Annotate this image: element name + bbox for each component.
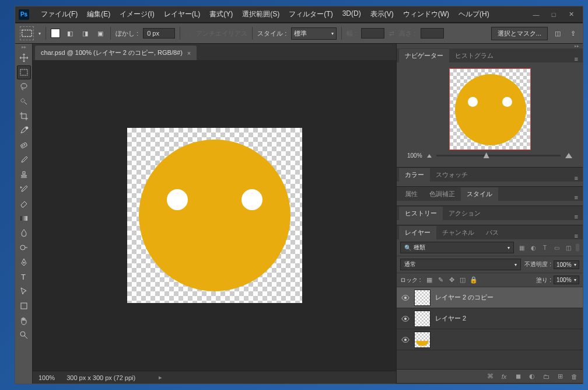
menu-item[interactable]: 書式(Y): [205, 9, 237, 19]
menu-item[interactable]: レイヤー(L): [159, 9, 205, 19]
adjustments-tab[interactable]: 色調補正: [424, 187, 461, 201]
shape-tool[interactable]: [17, 299, 31, 313]
menu-item[interactable]: ファイル(F): [36, 9, 82, 19]
menu-item[interactable]: 選択範囲(S): [237, 9, 284, 19]
zoom-slider[interactable]: [436, 155, 561, 156]
actions-tab[interactable]: アクション: [443, 207, 487, 220]
panel-menu-icon[interactable]: ≡: [570, 194, 583, 201]
properties-tab[interactable]: 属性: [399, 187, 424, 201]
selection-mode-subtract-icon[interactable]: ◨: [80, 28, 90, 39]
panels-collapse-icon[interactable]: ▸▸: [397, 44, 583, 48]
lock-transparent-icon[interactable]: ▦: [426, 276, 433, 284]
select-and-mask-button[interactable]: 選択とマスク...: [491, 27, 548, 40]
layer-thumbnail[interactable]: [414, 290, 430, 306]
layer-item[interactable]: レイヤー 2: [397, 308, 583, 329]
menu-item[interactable]: ヘルプ(H): [454, 9, 494, 19]
delete-layer-icon[interactable]: 🗑: [570, 372, 578, 381]
swatches-tab[interactable]: スウォッチ: [430, 168, 474, 182]
zoom-out-icon[interactable]: [427, 154, 432, 158]
layer-item[interactable]: レイヤー 2 のコピー: [397, 287, 583, 308]
filter-shape-icon[interactable]: ▭: [552, 243, 561, 252]
fill-input[interactable]: 100%▾: [554, 276, 579, 284]
filter-adjust-icon[interactable]: ◐: [529, 243, 537, 252]
feather-input[interactable]: [143, 28, 175, 39]
pen-tool[interactable]: [17, 255, 31, 269]
menu-item[interactable]: ウィンドウ(W): [398, 9, 454, 19]
status-flyout-icon[interactable]: ▸: [159, 374, 162, 381]
panel-menu-icon[interactable]: ≡: [570, 213, 583, 220]
minimize-button[interactable]: —: [531, 10, 541, 19]
panel-dock-icon[interactable]: ◫: [552, 28, 563, 39]
layer-filter-select[interactable]: 🔍種類 ▾: [400, 242, 514, 253]
close-tab-icon[interactable]: ×: [187, 50, 191, 57]
layer-mask-icon[interactable]: ◼: [514, 372, 522, 381]
layer-name[interactable]: レイヤー 2: [435, 314, 466, 323]
layer-thumbnail[interactable]: [414, 332, 430, 348]
marquee-tool[interactable]: [17, 65, 31, 79]
color-tab[interactable]: カラー: [399, 168, 430, 182]
zoom-tool[interactable]: [17, 328, 31, 342]
share-icon[interactable]: ⇪: [568, 28, 578, 39]
new-layer-icon[interactable]: ⊞: [556, 372, 564, 381]
layer-visibility-icon[interactable]: [397, 336, 414, 344]
lock-all-icon[interactable]: 🔒: [470, 276, 478, 284]
panel-menu-icon[interactable]: ≡: [570, 232, 583, 239]
zoom-in-icon[interactable]: [565, 153, 572, 158]
eraser-tool[interactable]: [17, 197, 31, 211]
eyedropper-tool[interactable]: [17, 124, 31, 138]
healing-tool[interactable]: [17, 138, 31, 152]
gradient-tool[interactable]: [17, 211, 31, 225]
blur-tool[interactable]: [17, 226, 31, 240]
brush-tool[interactable]: [17, 153, 31, 167]
toolbox-handle-icon[interactable]: ▸▸: [15, 44, 32, 50]
tool-preset-dropdown[interactable]: ▾: [38, 31, 41, 36]
crop-tool[interactable]: [17, 109, 31, 123]
layer-fx-icon[interactable]: fx: [500, 372, 508, 381]
menu-item[interactable]: イメージ(I): [115, 9, 159, 19]
selection-mode-add-icon[interactable]: ◧: [65, 28, 75, 39]
filter-type-icon[interactable]: T: [541, 243, 549, 252]
menu-item[interactable]: 表示(V): [366, 9, 398, 19]
stamp-tool[interactable]: [17, 168, 31, 182]
filter-toggle[interactable]: [576, 243, 579, 252]
layer-visibility-icon[interactable]: [397, 315, 414, 323]
lock-artboard-icon[interactable]: ◫: [459, 276, 467, 284]
type-tool[interactable]: T: [17, 270, 31, 284]
opacity-input[interactable]: 100%▾: [554, 260, 579, 269]
channels-tab[interactable]: チャンネル: [436, 226, 480, 239]
lock-image-icon[interactable]: ✎: [437, 276, 444, 284]
layer-group-icon[interactable]: 🗀: [542, 372, 550, 381]
navigator-zoom-value[interactable]: 100%: [407, 152, 422, 159]
document-tab[interactable]: char.psd @ 100% (レイヤー 2 のコピー, RGB/8#) ×: [35, 46, 197, 60]
layer-name[interactable]: レイヤー 2 のコピー: [435, 293, 494, 302]
move-tool[interactable]: [17, 51, 31, 65]
history-brush-tool[interactable]: [17, 182, 31, 196]
path-select-tool[interactable]: [17, 284, 31, 298]
menu-item[interactable]: 編集(E): [82, 9, 115, 19]
close-button[interactable]: ✕: [566, 10, 576, 19]
link-layers-icon[interactable]: ⌘: [486, 372, 494, 381]
menu-item[interactable]: 3D(D): [338, 9, 366, 19]
layers-tab[interactable]: レイヤー: [399, 226, 436, 239]
style-select[interactable]: 標準▾: [291, 27, 337, 40]
history-tab[interactable]: ヒストリー: [399, 207, 443, 220]
menu-item[interactable]: フィルター(T): [284, 9, 337, 19]
navigator-preview[interactable]: [449, 68, 531, 150]
filter-pixel-icon[interactable]: ▦: [517, 243, 526, 252]
quick-select-tool[interactable]: [17, 95, 31, 109]
canvas[interactable]: [127, 128, 302, 303]
filter-smart-icon[interactable]: ◫: [564, 243, 572, 252]
selection-mode-new-icon[interactable]: [51, 29, 60, 38]
navigator-tab[interactable]: ナビゲーター: [399, 49, 449, 62]
dodge-tool[interactable]: [17, 241, 31, 255]
blend-mode-select[interactable]: 通常▾: [400, 259, 521, 270]
layer-item[interactable]: [397, 329, 583, 350]
panel-menu-icon[interactable]: ≡: [570, 55, 583, 62]
lock-position-icon[interactable]: ✥: [448, 276, 456, 284]
current-tool-icon[interactable]: [20, 26, 34, 40]
panel-menu-icon[interactable]: ≡: [570, 175, 583, 182]
histogram-tab[interactable]: ヒストグラム: [449, 49, 499, 62]
layer-visibility-icon[interactable]: [397, 294, 414, 302]
layer-thumbnail[interactable]: [414, 311, 430, 327]
status-zoom[interactable]: 100%: [38, 374, 55, 381]
